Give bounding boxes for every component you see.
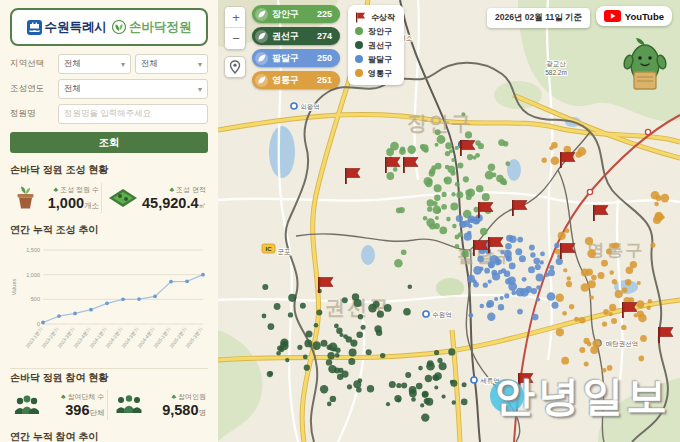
garden-dot-권선구[interactable] [367, 385, 374, 392]
garden-dot-영통구[interactable] [542, 158, 547, 163]
garden-dot-영통구[interactable] [567, 276, 571, 280]
garden-dot-영통구[interactable] [626, 266, 634, 274]
garden-dot-영통구[interactable] [638, 314, 647, 323]
garden-dot-영통구[interactable] [590, 295, 594, 299]
garden-dot-권선구[interactable] [386, 402, 390, 406]
garden-dot-장안구[interactable] [426, 218, 435, 227]
garden-dot-권선구[interactable] [358, 378, 363, 383]
garden-dot-팔달구[interactable] [500, 296, 504, 300]
garden-dot-영통구[interactable] [650, 243, 655, 248]
garden-dot-권선구[interactable] [426, 362, 435, 371]
garden-dot-권선구[interactable] [314, 323, 319, 328]
garden-dot-영통구[interactable] [621, 325, 626, 330]
garden-dot-영통구[interactable] [556, 328, 564, 336]
garden-dot-장안구[interactable] [386, 172, 394, 180]
garden-dot-팔달구[interactable] [504, 293, 509, 298]
garden-dot-권선구[interactable] [461, 399, 468, 406]
garden-dot-팔달구[interactable] [505, 278, 511, 284]
garden-dot-팔달구[interactable] [487, 313, 495, 321]
garden-dot-영통구[interactable] [584, 361, 589, 366]
garden-dot-영통구[interactable] [612, 279, 617, 284]
garden-dot-권선구[interactable] [321, 340, 328, 347]
current-location-button[interactable] [224, 56, 246, 78]
garden-dot-권선구[interactable] [348, 358, 355, 365]
garden-dot-팔달구[interactable] [519, 255, 526, 262]
garden-dot-장안구[interactable] [437, 135, 446, 144]
garden-dot-권선구[interactable] [450, 380, 454, 384]
garden-dot-권선구[interactable] [452, 400, 456, 404]
garden-dot-권선구[interactable] [448, 348, 455, 355]
garden-dot-팔달구[interactable] [517, 237, 523, 243]
garden-dot-장안구[interactable] [427, 207, 432, 212]
garden-dot-권선구[interactable] [297, 345, 302, 350]
garden-dot-팔달구[interactable] [509, 263, 516, 270]
garden-dot-팔달구[interactable] [456, 215, 463, 222]
garden-dot-영통구[interactable] [561, 357, 569, 365]
garden-dot-팔달구[interactable] [494, 297, 498, 301]
garden-dot-팔달구[interactable] [489, 264, 494, 269]
garden-dot-영통구[interactable] [626, 281, 630, 285]
garden-dot-권선구[interactable] [262, 314, 267, 319]
garden-dot-권선구[interactable] [347, 384, 352, 389]
garden-dot-권선구[interactable] [420, 403, 424, 407]
youtube-button[interactable]: YouTube [596, 6, 672, 26]
garden-dot-장안구[interactable] [399, 207, 405, 213]
garden-dot-장안구[interactable] [476, 185, 484, 193]
garden-dot-영통구[interactable] [651, 191, 660, 200]
garden-dot-영통구[interactable] [598, 272, 605, 279]
garden-dot-장안구[interactable] [420, 144, 425, 149]
zoom-out-button[interactable]: − [225, 28, 246, 49]
garden-dot-팔달구[interactable] [536, 285, 541, 290]
garden-dot-장안구[interactable] [444, 178, 448, 182]
garden-dot-장안구[interactable] [505, 161, 510, 166]
garden-dot-팔달구[interactable] [547, 292, 556, 301]
garden-dot-장안구[interactable] [467, 154, 473, 160]
garden-dot-팔달구[interactable] [535, 264, 541, 270]
garden-dot-장안구[interactable] [455, 146, 459, 150]
garden-dot-장안구[interactable] [429, 168, 435, 174]
garden-dot-영통구[interactable] [611, 318, 617, 324]
garden-dot-장안구[interactable] [480, 228, 488, 236]
garden-dot-팔달구[interactable] [517, 309, 523, 315]
district-pill-jangan[interactable]: 장안구 225 [252, 5, 340, 23]
garden-dot-팔달구[interactable] [488, 280, 492, 284]
garden-dot-영통구[interactable] [661, 194, 670, 203]
garden-dot-장안구[interactable] [475, 153, 480, 158]
garden-dot-장안구[interactable] [445, 151, 450, 156]
garden-dot-장안구[interactable] [467, 189, 475, 197]
garden-dot-영통구[interactable] [610, 243, 615, 248]
garden-dot-장안구[interactable] [423, 216, 428, 221]
garden-dot-영통구[interactable] [592, 339, 601, 348]
garden-dot-장안구[interactable] [498, 139, 505, 146]
garden-dot-권선구[interactable] [408, 284, 413, 289]
garden-dot-팔달구[interactable] [556, 258, 563, 265]
garden-dot-장안구[interactable] [434, 184, 442, 192]
garden-dot-팔달구[interactable] [492, 272, 500, 280]
garden-dot-영통구[interactable] [601, 260, 608, 267]
garden-dot-장안구[interactable] [445, 142, 452, 149]
garden-dot-팔달구[interactable] [531, 288, 537, 294]
garden-dot-영통구[interactable] [647, 306, 651, 310]
garden-dot-영통구[interactable] [569, 304, 574, 309]
garden-dot-영통구[interactable] [606, 249, 612, 255]
garden-name-input[interactable]: 정원명을 입력해주세요 [58, 104, 208, 124]
garden-dot-권선구[interactable] [288, 312, 293, 317]
garden-dot-팔달구[interactable] [505, 243, 512, 250]
garden-dot-팔달구[interactable] [516, 288, 525, 297]
garden-dot-장안구[interactable] [482, 193, 490, 201]
garden-dot-권선구[interactable] [280, 342, 289, 351]
garden-dot-권선구[interactable] [356, 332, 363, 339]
year-select[interactable]: 전체 ▾ [58, 79, 208, 99]
garden-dot-권선구[interactable] [320, 385, 328, 393]
garden-dot-영통구[interactable] [654, 202, 659, 207]
garden-dot-권선구[interactable] [442, 395, 446, 399]
garden-dot-팔달구[interactable] [515, 248, 522, 255]
garden-dot-권선구[interactable] [434, 350, 439, 355]
garden-mascot[interactable] [622, 34, 668, 98]
garden-dot-팔달구[interactable] [490, 255, 499, 264]
garden-dot-영통구[interactable] [655, 213, 664, 222]
garden-dot-장안구[interactable] [390, 142, 399, 151]
garden-dot-장안구[interactable] [461, 112, 465, 116]
garden-dot-장안구[interactable] [488, 164, 495, 171]
garden-dot-팔달구[interactable] [522, 277, 527, 282]
